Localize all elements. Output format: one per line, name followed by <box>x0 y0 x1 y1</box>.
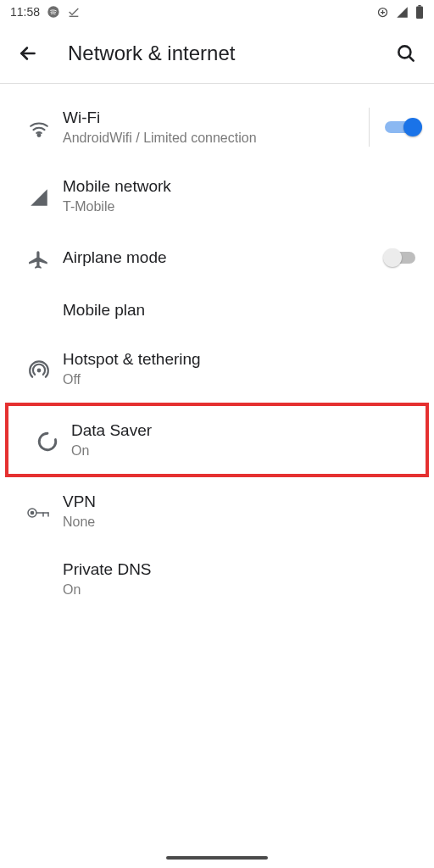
row-title: Hotspot & tethering <box>63 350 419 369</box>
row-private-dns[interactable]: Private DNS On <box>0 545 434 613</box>
svg-point-8 <box>31 511 33 514</box>
signal-icon <box>15 183 63 209</box>
row-title: Mobile network <box>63 177 419 196</box>
airplane-toggle[interactable] <box>385 248 419 268</box>
row-subtitle: T-Mobile <box>63 199 419 214</box>
highlight-box: Data Saver On <box>5 403 429 477</box>
data-saver-status-icon <box>376 6 389 19</box>
row-data-saver[interactable]: Data Saver On <box>8 406 426 474</box>
vpn-key-icon <box>15 503 63 520</box>
row-subtitle: None <box>63 515 419 530</box>
row-title: Data Saver <box>71 421 410 440</box>
row-title: Wi-Fi <box>63 108 353 127</box>
row-subtitle: AndroidWifi / Limited connection <box>63 131 353 146</box>
row-mobile-plan[interactable]: Mobile plan <box>0 286 434 335</box>
row-subtitle: Off <box>63 372 419 387</box>
battery-icon <box>415 5 424 19</box>
row-vpn[interactable]: VPN None <box>0 477 434 545</box>
hotspot-icon <box>15 356 63 381</box>
row-airplane-mode[interactable]: Airplane mode <box>0 230 434 286</box>
row-wifi[interactable]: Wi-Fi AndroidWifi / Limited connection <box>0 92 434 162</box>
row-title: VPN <box>63 492 419 511</box>
row-title: Mobile plan <box>63 301 419 320</box>
blank-icon <box>15 577 63 581</box>
status-time: 11:58 <box>10 5 40 19</box>
airplane-icon <box>15 245 63 270</box>
wifi-icon <box>15 114 63 140</box>
status-bar: 11:58 <box>0 0 434 24</box>
svg-rect-3 <box>418 5 420 7</box>
divider <box>369 108 370 147</box>
gesture-nav-handle[interactable] <box>166 856 268 860</box>
row-title: Private DNS <box>63 560 419 579</box>
settings-list: Wi-Fi AndroidWifi / Limited connection M… <box>0 84 434 613</box>
row-subtitle: On <box>63 582 419 598</box>
wifi-toggle[interactable] <box>385 117 419 137</box>
data-saver-icon <box>24 427 71 453</box>
row-hotspot[interactable]: Hotspot & tethering Off <box>0 335 434 403</box>
spotify-icon <box>47 5 60 19</box>
svg-rect-2 <box>416 7 423 19</box>
row-mobile-network[interactable]: Mobile network T-Mobile <box>0 162 434 230</box>
svg-point-5 <box>38 134 41 136</box>
svg-point-6 <box>37 369 42 373</box>
row-subtitle: On <box>71 443 410 459</box>
app-header: Network & internet <box>0 24 434 83</box>
blank-icon <box>15 309 63 312</box>
page-title: Network & internet <box>68 42 393 65</box>
signal-icon <box>396 6 409 19</box>
row-title: Airplane mode <box>63 248 385 267</box>
check-icon <box>67 5 81 19</box>
back-button[interactable] <box>15 41 41 66</box>
search-button[interactable] <box>393 41 419 66</box>
